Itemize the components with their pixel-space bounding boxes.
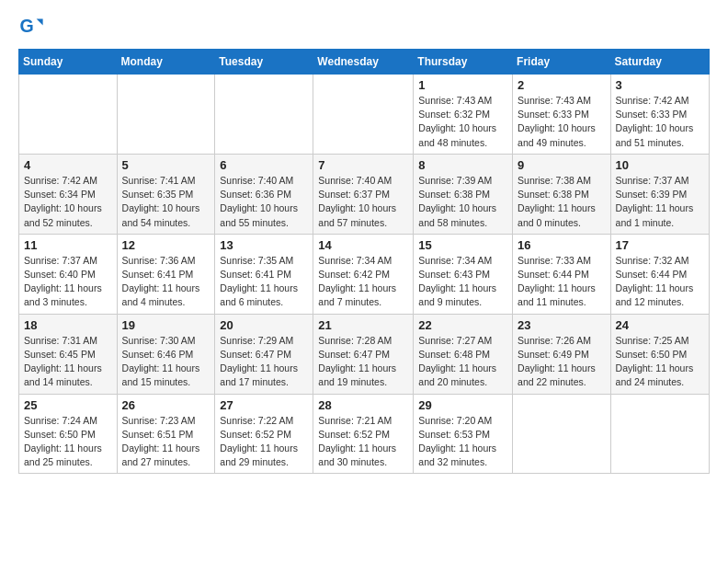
calendar-cell: 14Sunrise: 7:34 AM Sunset: 6:42 PM Dayli… (313, 234, 414, 314)
calendar-cell: 6Sunrise: 7:40 AM Sunset: 6:36 PM Daylig… (215, 154, 313, 234)
header-sunday: Sunday (19, 50, 118, 75)
calendar-cell: 8Sunrise: 7:39 AM Sunset: 6:38 PM Daylig… (414, 154, 513, 234)
day-number: 28 (318, 398, 408, 412)
calendar-week-row: 11Sunrise: 7:37 AM Sunset: 6:40 PM Dayli… (19, 234, 710, 314)
calendar-cell: 26Sunrise: 7:23 AM Sunset: 6:51 PM Dayli… (117, 394, 215, 474)
svg-marker-1 (37, 19, 43, 26)
day-number: 11 (24, 238, 112, 252)
day-info: Sunrise: 7:28 AM Sunset: 6:47 PM Dayligh… (318, 334, 408, 390)
day-info: Sunrise: 7:42 AM Sunset: 6:34 PM Dayligh… (24, 174, 112, 230)
day-info: Sunrise: 7:41 AM Sunset: 6:35 PM Dayligh… (122, 174, 210, 230)
calendar-cell: 27Sunrise: 7:22 AM Sunset: 6:52 PM Dayli… (215, 394, 313, 474)
day-number: 4 (24, 158, 112, 172)
day-info: Sunrise: 7:39 AM Sunset: 6:38 PM Dayligh… (418, 174, 507, 230)
day-number: 29 (418, 398, 507, 412)
day-info: Sunrise: 7:25 AM Sunset: 6:50 PM Dayligh… (616, 334, 704, 390)
day-number: 24 (616, 318, 704, 332)
calendar-cell: 13Sunrise: 7:35 AM Sunset: 6:41 PM Dayli… (215, 234, 313, 314)
day-number: 18 (24, 318, 112, 332)
calendar-cell (513, 394, 611, 474)
logo-icon: G (18, 14, 44, 40)
calendar-cell: 16Sunrise: 7:33 AM Sunset: 6:44 PM Dayli… (513, 234, 611, 314)
calendar-cell: 29Sunrise: 7:20 AM Sunset: 6:53 PM Dayli… (414, 394, 513, 474)
day-number: 7 (318, 158, 408, 172)
day-info: Sunrise: 7:27 AM Sunset: 6:48 PM Dayligh… (418, 334, 507, 390)
calendar-cell: 4Sunrise: 7:42 AM Sunset: 6:34 PM Daylig… (19, 154, 118, 234)
day-info: Sunrise: 7:35 AM Sunset: 6:41 PM Dayligh… (220, 254, 308, 310)
day-info: Sunrise: 7:38 AM Sunset: 6:38 PM Dayligh… (518, 174, 606, 230)
calendar-cell: 11Sunrise: 7:37 AM Sunset: 6:40 PM Dayli… (19, 234, 118, 314)
day-info: Sunrise: 7:24 AM Sunset: 6:50 PM Dayligh… (24, 414, 112, 470)
day-number: 5 (122, 158, 210, 172)
day-number: 25 (24, 398, 112, 412)
calendar-cell: 10Sunrise: 7:37 AM Sunset: 6:39 PM Dayli… (610, 154, 709, 234)
calendar-cell: 3Sunrise: 7:42 AM Sunset: 6:33 PM Daylig… (610, 75, 709, 155)
day-info: Sunrise: 7:42 AM Sunset: 6:33 PM Dayligh… (616, 94, 704, 150)
header-saturday: Saturday (610, 50, 709, 75)
day-number: 26 (122, 398, 210, 412)
day-number: 27 (220, 398, 308, 412)
calendar-cell: 23Sunrise: 7:26 AM Sunset: 6:49 PM Dayli… (513, 314, 611, 394)
day-info: Sunrise: 7:22 AM Sunset: 6:52 PM Dayligh… (220, 414, 308, 470)
day-info: Sunrise: 7:36 AM Sunset: 6:41 PM Dayligh… (122, 254, 210, 310)
day-info: Sunrise: 7:40 AM Sunset: 6:36 PM Dayligh… (220, 174, 308, 230)
calendar-cell (215, 75, 313, 155)
calendar-cell: 19Sunrise: 7:30 AM Sunset: 6:46 PM Dayli… (117, 314, 215, 394)
calendar-cell: 18Sunrise: 7:31 AM Sunset: 6:45 PM Dayli… (19, 314, 118, 394)
calendar-cell: 5Sunrise: 7:41 AM Sunset: 6:35 PM Daylig… (117, 154, 215, 234)
header-friday: Friday (513, 50, 611, 75)
calendar-cell: 2Sunrise: 7:43 AM Sunset: 6:33 PM Daylig… (513, 75, 611, 155)
day-number: 9 (518, 158, 606, 172)
day-number: 10 (616, 158, 704, 172)
svg-text:G: G (19, 16, 33, 36)
day-number: 3 (616, 78, 704, 92)
day-number: 19 (122, 318, 210, 332)
calendar-cell (19, 75, 118, 155)
calendar-week-row: 25Sunrise: 7:24 AM Sunset: 6:50 PM Dayli… (19, 394, 710, 474)
day-info: Sunrise: 7:34 AM Sunset: 6:42 PM Dayligh… (318, 254, 408, 310)
calendar-cell: 9Sunrise: 7:38 AM Sunset: 6:38 PM Daylig… (513, 154, 611, 234)
logo: G (18, 14, 48, 40)
day-info: Sunrise: 7:33 AM Sunset: 6:44 PM Dayligh… (518, 254, 606, 310)
day-number: 20 (220, 318, 308, 332)
day-info: Sunrise: 7:23 AM Sunset: 6:51 PM Dayligh… (122, 414, 210, 470)
weekday-header-row: Sunday Monday Tuesday Wednesday Thursday… (19, 50, 710, 75)
calendar-cell (117, 75, 215, 155)
day-number: 1 (418, 78, 507, 92)
day-number: 16 (518, 238, 606, 252)
day-number: 6 (220, 158, 308, 172)
day-info: Sunrise: 7:21 AM Sunset: 6:52 PM Dayligh… (318, 414, 408, 470)
calendar-cell: 24Sunrise: 7:25 AM Sunset: 6:50 PM Dayli… (610, 314, 709, 394)
calendar-table: Sunday Monday Tuesday Wednesday Thursday… (18, 49, 710, 474)
calendar-week-row: 18Sunrise: 7:31 AM Sunset: 6:45 PM Dayli… (19, 314, 710, 394)
day-number: 15 (418, 238, 507, 252)
day-info: Sunrise: 7:34 AM Sunset: 6:43 PM Dayligh… (418, 254, 507, 310)
day-info: Sunrise: 7:31 AM Sunset: 6:45 PM Dayligh… (24, 334, 112, 390)
calendar-cell: 21Sunrise: 7:28 AM Sunset: 6:47 PM Dayli… (313, 314, 414, 394)
header: G (18, 14, 710, 40)
day-number: 2 (518, 78, 606, 92)
day-info: Sunrise: 7:29 AM Sunset: 6:47 PM Dayligh… (220, 334, 308, 390)
calendar-cell: 20Sunrise: 7:29 AM Sunset: 6:47 PM Dayli… (215, 314, 313, 394)
day-info: Sunrise: 7:40 AM Sunset: 6:37 PM Dayligh… (318, 174, 408, 230)
day-number: 12 (122, 238, 210, 252)
day-number: 17 (616, 238, 704, 252)
day-number: 23 (518, 318, 606, 332)
day-info: Sunrise: 7:37 AM Sunset: 6:39 PM Dayligh… (616, 174, 704, 230)
header-monday: Monday (117, 50, 215, 75)
calendar-cell: 1Sunrise: 7:43 AM Sunset: 6:32 PM Daylig… (414, 75, 513, 155)
day-number: 21 (318, 318, 408, 332)
day-number: 22 (418, 318, 507, 332)
day-number: 13 (220, 238, 308, 252)
day-info: Sunrise: 7:43 AM Sunset: 6:33 PM Dayligh… (518, 94, 606, 150)
day-info: Sunrise: 7:20 AM Sunset: 6:53 PM Dayligh… (418, 414, 507, 470)
calendar-week-row: 4Sunrise: 7:42 AM Sunset: 6:34 PM Daylig… (19, 154, 710, 234)
day-info: Sunrise: 7:43 AM Sunset: 6:32 PM Dayligh… (418, 94, 507, 150)
calendar-cell: 17Sunrise: 7:32 AM Sunset: 6:44 PM Dayli… (610, 234, 709, 314)
calendar-cell (313, 75, 414, 155)
header-thursday: Thursday (414, 50, 513, 75)
calendar-cell: 22Sunrise: 7:27 AM Sunset: 6:48 PM Dayli… (414, 314, 513, 394)
day-number: 14 (318, 238, 408, 252)
day-info: Sunrise: 7:26 AM Sunset: 6:49 PM Dayligh… (518, 334, 606, 390)
header-tuesday: Tuesday (215, 50, 313, 75)
